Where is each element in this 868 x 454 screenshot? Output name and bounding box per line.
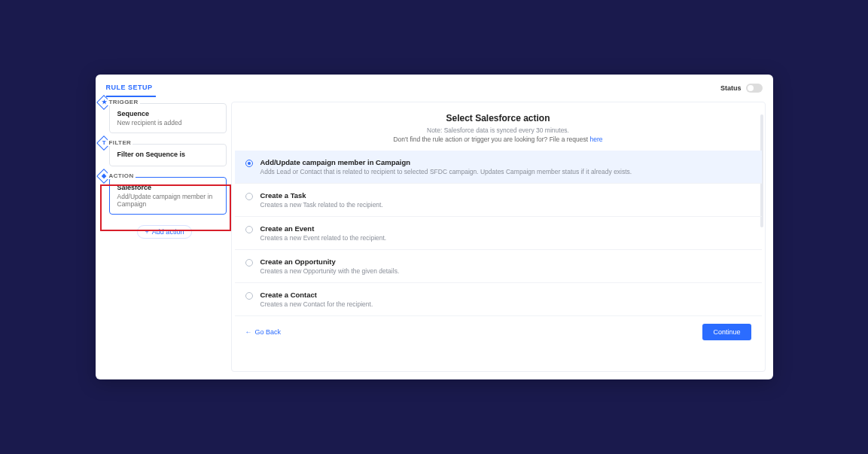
node-trigger[interactable]: ★ TRIGGER Sequence New recipient is adde… <box>103 103 227 133</box>
option-title: Create an Event <box>260 224 387 233</box>
plus-icon: + <box>145 228 149 236</box>
radio-icon <box>245 292 253 300</box>
node-sub: New recipient is added <box>117 119 220 126</box>
arrow-left-icon: ← <box>245 328 252 336</box>
action-option[interactable]: Create a TaskCreates a new Task related … <box>235 184 762 217</box>
file-request-link[interactable]: here <box>590 136 603 143</box>
option-desc: Creates a new Task related to the recipi… <box>260 201 383 209</box>
option-desc: Adds Lead or Contact that is related to … <box>260 168 632 175</box>
app-window: RULE SETUP Status ★ TRIGGER Sequence New… <box>96 75 773 379</box>
status-label: Status <box>720 84 742 92</box>
main-panel: Select Salesforce action Note: Salesforc… <box>231 102 766 372</box>
tab-rule-setup[interactable]: RULE SETUP <box>106 79 156 97</box>
rule-rail: ★ TRIGGER Sequence New recipient is adde… <box>96 97 231 379</box>
node-sub: Add/Update campaign member in Campaign <box>117 193 220 208</box>
body: ★ TRIGGER Sequence New recipient is adde… <box>96 97 773 379</box>
request-prompt: Don't find the rule action or trigger yo… <box>242 136 754 143</box>
option-desc: Creates a new Contact for the recipient. <box>260 300 373 308</box>
radio-icon <box>245 259 253 267</box>
option-desc: Creates a new Opportunity with the given… <box>260 267 400 275</box>
sync-note: Note: Salesforce data is synced every 30… <box>242 126 754 134</box>
node-title: Filter on Sequence is <box>117 151 220 158</box>
option-desc: Creates a new Event related to the recip… <box>260 234 387 242</box>
action-option[interactable]: Create an EventCreates a new Event relat… <box>235 217 762 250</box>
status-wrap: Status <box>720 84 763 93</box>
node-tag: TRIGGER <box>108 99 140 105</box>
node-tag: ACTION <box>108 172 136 179</box>
node-title: Salesforce <box>117 184 220 191</box>
go-back-label: Go Back <box>255 328 282 336</box>
radio-icon <box>245 226 253 233</box>
option-title: Create a Task <box>260 191 383 200</box>
continue-button[interactable]: Continue <box>702 324 751 340</box>
option-title: Add/Update campaign member in Campaign <box>260 158 632 166</box>
action-option[interactable]: Create an OpportunityCreates a new Oppor… <box>235 250 762 283</box>
status-toggle[interactable] <box>746 84 763 93</box>
action-options: Add/Update campaign member in CampaignAd… <box>235 151 762 316</box>
option-title: Create an Opportunity <box>260 257 400 266</box>
go-back-link[interactable]: ← Go Back <box>245 328 282 336</box>
node-tag: FILTER <box>108 139 133 146</box>
action-option[interactable]: Add/Update campaign member in CampaignAd… <box>235 151 762 184</box>
node-title: Sequence <box>117 110 220 117</box>
node-action[interactable]: ◆ ACTION Salesforce Add/Update campaign … <box>103 177 227 215</box>
radio-icon <box>245 160 253 167</box>
node-filter[interactable]: T FILTER Filter on Sequence is <box>103 144 227 166</box>
option-title: Create a Contact <box>260 291 373 299</box>
panel-title: Select Salesforce action <box>242 113 754 123</box>
topbar: RULE SETUP Status <box>96 75 773 97</box>
action-option[interactable]: Create a ContactCreates a new Contact fo… <box>235 283 762 316</box>
add-action-button[interactable]: + Add action <box>137 225 193 239</box>
add-action-label: Add action <box>152 228 184 236</box>
radio-icon <box>245 193 253 200</box>
